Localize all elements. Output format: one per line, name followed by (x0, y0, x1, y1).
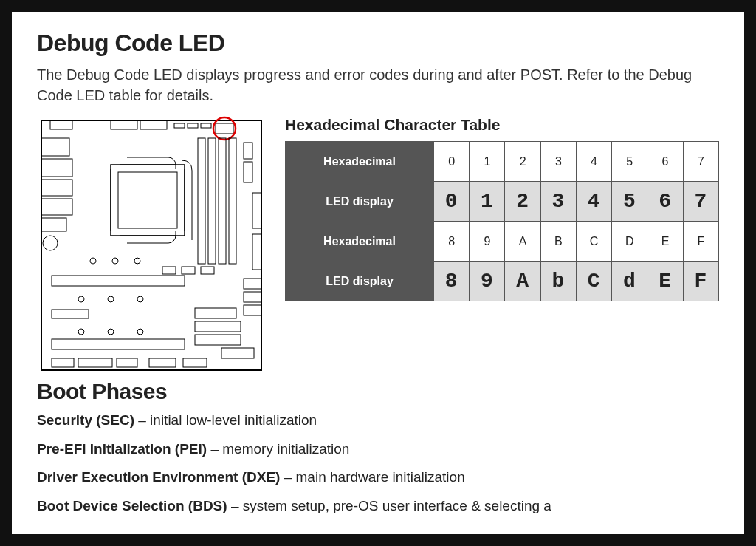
svg-rect-42 (195, 308, 236, 318)
phase-pei: Pre-EFI Initialization (PEI) – memory in… (37, 440, 719, 459)
hex-cell: 1 (470, 142, 505, 182)
svg-rect-2 (111, 120, 137, 129)
hex-cell: B (540, 222, 576, 262)
svg-rect-48 (117, 358, 137, 367)
svg-rect-19 (229, 138, 236, 264)
led-cell: b (540, 262, 576, 301)
intro-text: The Debug Code LED displays progress and… (37, 64, 719, 106)
svg-rect-5 (188, 123, 198, 128)
phase-desc: – initial low-level initialization (134, 412, 317, 428)
hex-cell: 9 (470, 222, 505, 262)
svg-point-40 (137, 329, 143, 335)
led-cell: 2 (505, 182, 540, 222)
svg-point-27 (90, 258, 96, 264)
svg-rect-45 (221, 348, 254, 358)
svg-rect-0 (41, 120, 261, 370)
hex-table-title: Hexadecimal Character Table (285, 116, 719, 134)
phase-name: Boot Device Selection (BDS) (37, 498, 227, 513)
svg-rect-11 (41, 199, 72, 215)
svg-rect-16 (198, 138, 205, 264)
svg-rect-3 (140, 120, 167, 129)
led-cell: 8 (434, 262, 470, 301)
hex-cell: 8 (434, 222, 470, 262)
led-cell: d (612, 262, 647, 301)
phase-desc: – main hardware initialization (280, 469, 464, 485)
hex-cell: E (647, 222, 683, 262)
svg-rect-14 (111, 165, 185, 236)
svg-point-35 (108, 296, 114, 302)
svg-rect-10 (41, 180, 72, 196)
motherboard-diagram (37, 116, 266, 375)
svg-rect-6 (201, 123, 211, 128)
svg-point-29 (134, 258, 140, 264)
page-title: Debug Code LED (37, 30, 719, 57)
led-cell: 5 (612, 182, 647, 222)
svg-rect-21 (244, 162, 252, 182)
svg-rect-15 (118, 172, 177, 228)
hex-label-1: Hexadecimal (286, 142, 434, 182)
svg-rect-37 (52, 310, 89, 318)
svg-rect-17 (208, 138, 216, 264)
svg-rect-22 (252, 193, 261, 228)
phase-desc: – memory initialization (207, 441, 349, 457)
led-cell: 3 (540, 182, 576, 222)
svg-rect-1 (50, 120, 72, 129)
led-cell: A (505, 262, 540, 301)
phase-bds: Boot Device Selection (BDS) – system set… (37, 497, 719, 516)
svg-rect-9 (41, 159, 72, 177)
led-cell: 9 (470, 262, 505, 301)
led-cell: 0 (434, 182, 470, 222)
svg-point-13 (43, 236, 58, 250)
hex-cell: 3 (540, 142, 576, 182)
hex-cell: 2 (505, 142, 540, 182)
svg-rect-25 (244, 292, 261, 302)
svg-rect-33 (52, 276, 185, 286)
phase-dxe: Driver Execution Environment (DXE) – mai… (37, 468, 719, 487)
svg-point-36 (137, 296, 143, 302)
hex-cell: 5 (612, 142, 647, 182)
svg-rect-24 (244, 279, 261, 289)
motherboard-svg (37, 116, 266, 375)
svg-point-28 (112, 258, 118, 264)
svg-rect-26 (244, 305, 261, 315)
svg-rect-43 (195, 321, 241, 332)
svg-rect-18 (219, 138, 226, 264)
svg-rect-41 (52, 339, 185, 349)
svg-point-38 (78, 329, 84, 335)
hex-cell: 0 (434, 142, 470, 182)
hex-character-table: Hexadecimal 0 1 2 3 4 5 6 7 LED display … (285, 141, 719, 301)
svg-rect-7 (216, 123, 233, 134)
hex-cell: 6 (647, 142, 683, 182)
svg-rect-12 (41, 218, 66, 231)
phase-desc: – system setup, pre-OS user interface & … (227, 498, 551, 513)
svg-rect-20 (244, 143, 252, 159)
hex-label-2: Hexadecimal (286, 222, 434, 262)
led-cell: 4 (576, 182, 611, 222)
svg-rect-50 (183, 358, 207, 367)
led-label-2: LED display (286, 262, 434, 301)
svg-rect-49 (149, 358, 176, 367)
svg-rect-4 (174, 123, 185, 128)
document-page: Debug Code LED The Debug Code LED displa… (12, 12, 744, 534)
svg-rect-31 (182, 267, 195, 274)
phase-sec: Security (SEC) – initial low-level initi… (37, 412, 719, 430)
led-cell: 1 (470, 182, 505, 222)
led-cell: E (647, 262, 683, 301)
hex-table-section: Hexadecimal Character Table Hexadecimal … (285, 116, 719, 301)
led-cell: 6 (647, 182, 683, 222)
svg-rect-30 (162, 267, 176, 274)
hex-cell: D (612, 222, 647, 262)
content-row: Hexadecimal Character Table Hexadecimal … (37, 116, 719, 375)
svg-rect-47 (78, 358, 112, 367)
hex-cell: 7 (683, 142, 718, 182)
phase-name: Driver Execution Environment (DXE) (37, 469, 280, 485)
hex-cell: C (576, 222, 611, 262)
boot-phases-title: Boot Phases (37, 379, 719, 404)
svg-point-39 (108, 329, 114, 335)
svg-rect-32 (201, 267, 214, 274)
hex-cell: 4 (576, 142, 611, 182)
hex-cell: F (683, 222, 718, 262)
svg-rect-8 (41, 138, 69, 156)
svg-rect-44 (195, 335, 241, 345)
led-cell: F (683, 262, 718, 301)
